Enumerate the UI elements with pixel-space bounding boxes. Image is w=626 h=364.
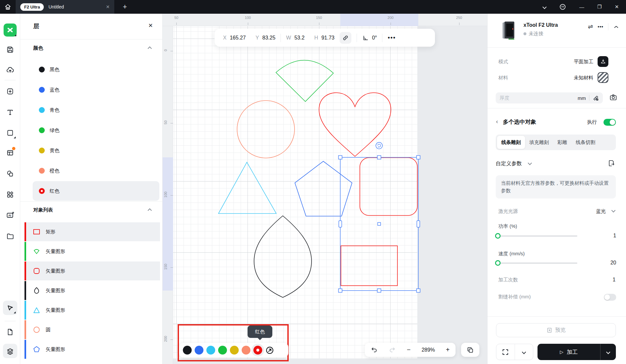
color-layer-item[interactable]: 黄色 [20, 140, 163, 161]
palette-color[interactable] [218, 346, 227, 355]
material-value[interactable]: 未知材料 [574, 75, 593, 81]
palette-color[interactable] [183, 346, 192, 355]
rotation-input[interactable]: 0° [372, 35, 377, 41]
palette-color-selected[interactable] [251, 344, 264, 356]
save-button[interactable] [4, 44, 16, 55]
back-chevron-icon[interactable]: ‹ [496, 118, 498, 125]
pentagon-shape[interactable] [295, 161, 352, 216]
rotate-handle[interactable] [376, 142, 382, 149]
fan-shape[interactable] [276, 60, 333, 102]
material-swatch-icon[interactable] [598, 72, 608, 83]
triangle-shape[interactable] [218, 162, 276, 214]
power-value[interactable]: 1 [613, 233, 616, 239]
kerf-toggle[interactable] [604, 294, 616, 301]
color-layer-item[interactable]: 绿色 [20, 120, 163, 140]
process-dropdown[interactable] [600, 344, 616, 360]
page-button[interactable] [4, 326, 16, 338]
custom-params-label[interactable]: 自定义参数 [496, 160, 522, 167]
more-options-button[interactable]: ••• [388, 34, 396, 41]
execute-toggle[interactable] [603, 119, 616, 126]
tab-线条雕刻[interactable]: 线条雕刻 [497, 136, 525, 149]
close-button[interactable]: ✕ [615, 4, 619, 10]
collapse-panel-icon[interactable] [613, 24, 619, 30]
zoom-level[interactable]: 289% [422, 347, 435, 353]
device-more-icon[interactable]: ••• [598, 24, 603, 29]
circle-shape[interactable] [237, 101, 295, 158]
object-list-item[interactable]: 矩形 [24, 222, 160, 242]
zoom-in-button[interactable]: + [446, 346, 450, 354]
mode-value[interactable]: 平面加工 [574, 59, 593, 65]
passes-value[interactable]: 1 [613, 277, 616, 283]
zoom-out-button[interactable]: − [407, 346, 411, 354]
chevron-down-icon[interactable] [611, 208, 616, 213]
redo-icon[interactable] [389, 346, 396, 354]
layers-panel-close-icon[interactable]: ✕ [148, 22, 153, 29]
assistant-icon[interactable] [559, 3, 566, 10]
leaf-shape[interactable] [254, 216, 312, 297]
rect-shape[interactable] [341, 246, 397, 286]
shape-tool-button[interactable] [4, 127, 16, 139]
undo-icon[interactable] [371, 346, 378, 354]
power-slider[interactable] [496, 235, 577, 237]
laser-source-value[interactable]: 蓝光 [596, 208, 606, 214]
layers-button[interactable] [4, 346, 16, 357]
h-value-input[interactable]: 91.73 [321, 35, 334, 41]
thickness-input[interactable]: 厚度 mm A [496, 92, 603, 103]
w-value-input[interactable]: 53.2 [294, 35, 304, 41]
palette-color[interactable] [206, 346, 215, 355]
frame-button[interactable] [496, 344, 533, 360]
color-layer-item[interactable]: 蓝色 [20, 80, 163, 100]
color-layer-item[interactable]: 青色 [20, 100, 163, 120]
object-list-item[interactable]: 矢量图形 [24, 261, 160, 281]
home-button[interactable] [0, 0, 16, 14]
color-layer-item[interactable]: 橙色 [20, 161, 163, 181]
palette-color[interactable] [242, 346, 250, 355]
select-tool-button[interactable] [4, 302, 16, 314]
export-params-icon[interactable] [608, 160, 615, 167]
minimize-button[interactable]: — [579, 4, 584, 10]
tab-填充雕刻[interactable]: 填充雕刻 [525, 136, 553, 149]
object-list-item[interactable]: 矢量图形 [24, 281, 160, 300]
tab-彩雕[interactable]: 彩雕 [553, 136, 571, 149]
boolean-shapes-button[interactable] [4, 168, 16, 180]
restore-button[interactable]: ❐ [597, 4, 602, 10]
camera-measure-button[interactable] [609, 93, 617, 101]
object-list-item[interactable]: 矢量图形 [24, 340, 160, 359]
ai-tools-button[interactable]: AI [4, 209, 16, 221]
lock-ratio-button[interactable] [340, 32, 351, 44]
palette-color[interactable] [230, 346, 239, 355]
objects-collapse-icon[interactable] [148, 208, 152, 213]
duplicate-button[interactable] [461, 343, 479, 357]
switch-device-icon[interactable]: ⇌ [588, 23, 593, 30]
canvas-area[interactable]: 50100150200250 050100150200 [163, 14, 487, 364]
mode-icon[interactable] [598, 56, 608, 67]
document-tab[interactable]: F2 Ultra Untitled ✕ [16, 0, 114, 14]
tab-线条切割[interactable]: 线条切割 [571, 136, 600, 149]
preview-button[interactable]: 预览 [496, 323, 616, 337]
rounded-rect-shape[interactable] [360, 158, 417, 215]
object-list-item[interactable]: 圆 [24, 320, 160, 340]
chevron-down-icon[interactable] [542, 5, 547, 9]
insert-button[interactable] [4, 86, 16, 97]
speed-slider[interactable] [496, 262, 577, 264]
template-button[interactable] [4, 147, 16, 159]
text-tool-button[interactable] [4, 106, 16, 118]
object-list-item[interactable]: 矢量图形 [24, 300, 160, 320]
apps-button[interactable] [4, 189, 16, 200]
selection-handles[interactable] [339, 156, 420, 293]
cloud-upload-button[interactable] [4, 64, 16, 76]
color-layer-item[interactable]: 黑色 [20, 59, 163, 80]
palette-color[interactable] [195, 346, 203, 355]
process-button[interactable]: ▷ 加工 [538, 344, 616, 360]
chevron-down-icon[interactable] [528, 161, 532, 165]
object-list-item[interactable]: 矢量图形 [24, 242, 160, 261]
new-tab-button[interactable]: + [123, 3, 127, 11]
color-layer-item[interactable]: 红色 [20, 181, 163, 201]
speed-value[interactable]: 20 [610, 260, 616, 266]
y-value-input[interactable]: 83.25 [262, 35, 275, 41]
x-value-input[interactable]: 165.27 [230, 35, 246, 41]
custom-color-icon[interactable] [265, 346, 274, 355]
colors-collapse-icon[interactable] [148, 46, 152, 51]
xtool-logo[interactable] [4, 24, 17, 37]
auto-measure-icon[interactable]: A [593, 95, 599, 101]
